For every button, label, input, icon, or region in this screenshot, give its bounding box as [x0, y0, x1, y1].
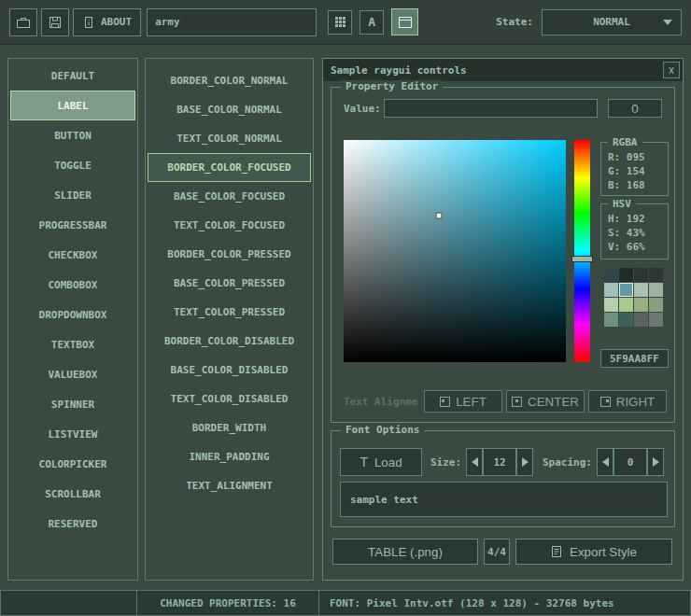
spacing-increase-button[interactable]	[647, 448, 664, 476]
size-value-box[interactable]: 12	[483, 448, 516, 476]
controls-list-item[interactable]: SPINNER	[10, 389, 135, 419]
hex-color-value: 5F9AA8FF	[610, 353, 659, 365]
font-info-text: FONT: Pixel Intv.otf (128 x 128) - 32768…	[330, 597, 614, 609]
style-name-input[interactable]	[147, 8, 317, 36]
export-style-button[interactable]: Export Style	[515, 539, 672, 565]
controls-list-item[interactable]: COMBOBOX	[10, 270, 135, 300]
properties-list-item[interactable]: TEXT_COLOR_FOCUSED	[148, 211, 311, 240]
close-button[interactable]: x	[663, 62, 680, 78]
align-left-button[interactable]: LEFT	[424, 390, 502, 413]
sample-text-box[interactable]: sample text	[340, 482, 668, 517]
controls-list-item[interactable]: DEFAULT	[10, 61, 135, 91]
save-style-button[interactable]	[41, 8, 69, 36]
properties-list-item[interactable]: BASE_COLOR_NORMAL	[148, 95, 311, 124]
controls-list-item[interactable]: PROGRESSBAR	[10, 210, 135, 240]
state-label: State:	[496, 16, 533, 28]
controls-list-item[interactable]: RESERVED	[10, 509, 135, 539]
properties-list-item[interactable]: TEXT_ALIGNMENT	[148, 471, 311, 500]
properties-list-item[interactable]: TEXT_COLOR_NORMAL	[148, 124, 311, 153]
state-dropdown-value: NORMAL	[593, 16, 630, 28]
controls-list-item[interactable]: LISTVIEW	[10, 419, 135, 449]
table-png-button[interactable]: TABLE (.png)	[332, 539, 478, 565]
color-saturation-value-picker[interactable]	[344, 140, 566, 362]
properties-list-item[interactable]: BORDER_COLOR_DISABLED	[148, 327, 311, 356]
align-center-label: CENTER	[528, 395, 579, 409]
arrow-right-icon	[522, 457, 529, 467]
value-input[interactable]	[384, 99, 598, 118]
value-label: Value:	[344, 103, 381, 115]
properties-list-item[interactable]: BORDER_COLOR_PRESSED	[148, 240, 311, 269]
properties-list-item-selected[interactable]: BORDER_COLOR_FOCUSED	[148, 153, 311, 182]
state-dropdown[interactable]: NORMAL	[542, 9, 682, 35]
hue-slider-bar[interactable]	[574, 140, 590, 362]
hsv-s-value: S: 43%	[608, 226, 668, 240]
briefcase-icon	[16, 16, 31, 29]
close-icon: x	[669, 63, 674, 77]
palette-swatch[interactable]	[604, 313, 618, 327]
rgba-group: RGBA R: 095 G: 154 B: 168	[600, 142, 669, 196]
rgba-r-value: R: 095	[608, 150, 668, 164]
palette-swatch[interactable]	[619, 268, 633, 282]
palette-swatch[interactable]	[649, 283, 663, 297]
font-view-button[interactable]: A	[360, 10, 384, 35]
page-indicator-box[interactable]: 4/4	[484, 539, 510, 565]
grid-view-button[interactable]	[328, 10, 352, 35]
palette-swatch-selected[interactable]	[619, 283, 633, 297]
controls-list-item[interactable]: TOGGLE	[10, 150, 135, 180]
floppy-save-icon	[49, 16, 62, 29]
controls-list-item[interactable]: SCROLLBAR	[10, 479, 135, 509]
controls-list-item[interactable]: DROPDOWNBOX	[10, 300, 135, 329]
palette-swatch[interactable]	[634, 313, 648, 327]
controls-list-item[interactable]: SLIDER	[10, 180, 135, 210]
align-right-button[interactable]: RIGHT	[588, 390, 667, 413]
new-style-button[interactable]	[9, 8, 37, 36]
properties-list-item[interactable]: BASE_COLOR_FOCUSED	[148, 182, 311, 211]
palette-swatch[interactable]	[634, 268, 648, 282]
controls-view-button[interactable]	[391, 8, 418, 35]
palette-swatch[interactable]	[634, 298, 648, 312]
status-bar: CHANGED PROPERTIES: 16 FONT: Pixel Intv.…	[0, 590, 691, 616]
properties-list-item[interactable]: TEXT_COLOR_DISABLED	[148, 385, 311, 413]
palette-swatch[interactable]	[634, 283, 648, 297]
palette-swatch[interactable]	[649, 313, 663, 327]
spacing-value-box[interactable]: 0	[613, 448, 647, 476]
rgba-b-value: B: 168	[608, 178, 668, 192]
size-increase-button[interactable]	[516, 448, 533, 476]
window-titlebar[interactable]: Sample raygui controls x	[323, 59, 683, 81]
properties-list-item[interactable]: INNER_PADDING	[148, 442, 311, 471]
align-right-icon	[600, 397, 611, 407]
size-decrease-button[interactable]	[466, 448, 483, 476]
properties-list-item[interactable]: BORDER_WIDTH	[148, 413, 311, 442]
palette-swatch[interactable]	[604, 283, 618, 297]
hex-color-textbox[interactable]: 5F9AA8FF	[600, 349, 669, 368]
load-font-label: Load	[374, 455, 402, 469]
palette-swatch[interactable]	[619, 298, 633, 312]
palette-swatch[interactable]	[604, 268, 618, 282]
align-left-icon	[440, 397, 450, 407]
properties-list-item[interactable]: BORDER_COLOR_NORMAL	[148, 66, 311, 95]
load-font-button[interactable]: T Load	[340, 448, 422, 476]
palette-swatch[interactable]	[619, 313, 633, 327]
value-button[interactable]: 0	[608, 99, 662, 118]
about-button[interactable]: ABOUT	[73, 8, 141, 36]
align-center-button[interactable]: CENTER	[506, 390, 585, 413]
properties-list-item[interactable]: BASE_COLOR_DISABLED	[148, 356, 311, 385]
controls-list-item-selected[interactable]: LABEL	[10, 91, 135, 120]
palette-swatch[interactable]	[649, 298, 663, 312]
controls-list-item[interactable]: TEXTBOX	[10, 329, 135, 359]
arrow-left-icon	[472, 457, 478, 467]
controls-list-item[interactable]: CHECKBOX	[10, 240, 135, 270]
style-color-palette	[604, 268, 665, 329]
size-label: Size:	[430, 456, 461, 469]
controls-list-item[interactable]: VALUEBOX	[10, 359, 135, 389]
properties-list-item[interactable]: TEXT_COLOR_PRESSED	[148, 298, 311, 327]
palette-swatch[interactable]	[649, 268, 663, 282]
controls-list-item[interactable]: COLORPICKER	[10, 449, 135, 479]
export-icon	[551, 545, 562, 558]
spacing-label: Spacing:	[543, 456, 592, 469]
hue-slider-handle[interactable]	[571, 256, 593, 262]
spacing-decrease-button[interactable]	[597, 448, 613, 476]
controls-list-item[interactable]: BUTTON	[10, 120, 135, 150]
properties-list-item[interactable]: BASE_COLOR_PRESSED	[148, 269, 311, 298]
palette-swatch[interactable]	[604, 298, 618, 312]
